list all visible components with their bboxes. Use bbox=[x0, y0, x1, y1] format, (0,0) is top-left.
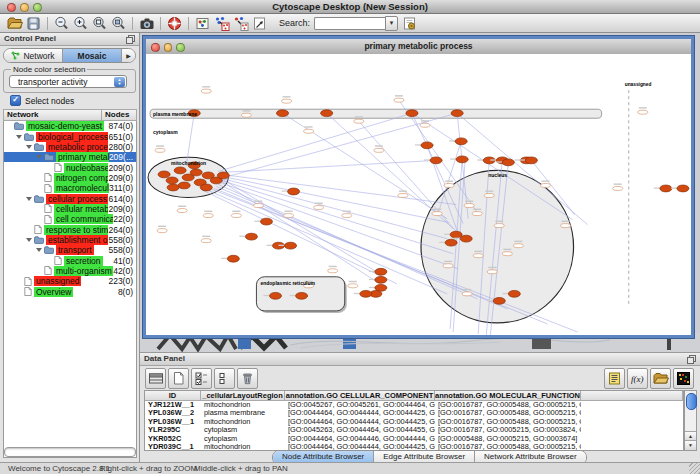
network-window-titlebar[interactable]: primary metabolic process bbox=[146, 39, 691, 55]
search-label: Search: bbox=[279, 18, 310, 28]
disclosure-triangle-icon[interactable] bbox=[26, 238, 32, 242]
vizmapper-button[interactable] bbox=[194, 15, 211, 32]
column-header[interactable]: _cellularLayoutRegion bbox=[201, 391, 285, 401]
annotation-button[interactable] bbox=[251, 15, 268, 32]
tree-item-count: 209(0) bbox=[108, 163, 136, 173]
attribute-matrix-button[interactable] bbox=[673, 368, 694, 389]
tree-item-label: transport bbox=[56, 245, 94, 255]
disclosure-triangle-icon[interactable] bbox=[16, 135, 22, 139]
attribute-table-button[interactable] bbox=[145, 368, 166, 389]
unselect-attributes-button[interactable] bbox=[214, 368, 235, 389]
folder-icon bbox=[34, 195, 44, 203]
tree-row[interactable]: nitrogen compo209(0) bbox=[4, 173, 136, 183]
scroll-down-icon[interactable]: ▼ bbox=[685, 440, 696, 450]
attribute-table[interactable]: ID_cellularLayoutRegionannotation.GO CEL… bbox=[144, 390, 684, 451]
zoom-selected-button[interactable] bbox=[110, 15, 127, 32]
network-canvas[interactable]: plasma membranecytoplasmmitochondrionnuc… bbox=[146, 54, 691, 335]
tree-row[interactable]: secretion41(0) bbox=[4, 255, 136, 265]
tree-row[interactable]: cellular metabo209(0) bbox=[4, 204, 136, 214]
float-panel-icon[interactable] bbox=[125, 34, 136, 45]
tree-row[interactable]: nucleobase-209(0) bbox=[4, 162, 136, 172]
tab-mosaic[interactable]: Mosaic bbox=[63, 49, 122, 62]
disclosure-triangle-icon[interactable] bbox=[26, 145, 32, 149]
table-cell: [GO:0045263, GO:0044464, GO:0044455, G..… bbox=[285, 426, 435, 434]
select-nodes-checkbox[interactable]: ✓ bbox=[10, 95, 21, 106]
table-cell bbox=[581, 401, 683, 409]
table-cell: mitochondrion bbox=[201, 443, 285, 451]
search-settings-button[interactable] bbox=[401, 15, 418, 32]
svg-text:cytoplasm: cytoplasm bbox=[153, 129, 178, 135]
zoom-out-button[interactable] bbox=[53, 15, 70, 32]
data-panel: Data Panel f(x) ID_cellularLayoutRegiona… bbox=[140, 352, 700, 462]
tree-item-label: secretion bbox=[64, 256, 103, 266]
tree-row[interactable]: metabolic process280(0) bbox=[4, 142, 136, 152]
float-panel-icon[interactable] bbox=[686, 354, 697, 365]
tree-row[interactable]: primary metab209(... bbox=[4, 152, 136, 162]
table-row[interactable]: YLR295Ccytoplasm[GO:0045263, GO:0044464,… bbox=[145, 426, 683, 434]
tree-row[interactable]: cell communicat22(0) bbox=[4, 214, 136, 224]
disclosure-triangle-icon[interactable] bbox=[36, 248, 42, 252]
table-row[interactable]: YKR052Ccytoplasm[GO:0044464, GO:0044446,… bbox=[145, 435, 683, 443]
tree-item-count: 8(0) bbox=[118, 287, 136, 297]
delete-attribute-button[interactable] bbox=[237, 368, 258, 389]
new-attribute-button[interactable] bbox=[168, 368, 189, 389]
create-new-network-button[interactable] bbox=[232, 15, 249, 32]
search-input[interactable] bbox=[314, 17, 385, 30]
tree-row[interactable]: cellular process614(0) bbox=[4, 193, 136, 203]
import-attributes-button[interactable] bbox=[650, 368, 671, 389]
svg-text:plasma membrane: plasma membrane bbox=[153, 111, 197, 117]
scrollbar-thumb[interactable] bbox=[686, 393, 697, 410]
more-tabs-button[interactable]: ▶ bbox=[122, 49, 135, 62]
formula-builder-button[interactable]: f(x) bbox=[627, 368, 648, 389]
column-header-network[interactable]: Network bbox=[3, 109, 102, 121]
tree-row[interactable]: response to stimulu264(0) bbox=[4, 224, 136, 234]
select-attributes-button[interactable] bbox=[191, 368, 212, 389]
disclosure-triangle-icon[interactable] bbox=[36, 155, 42, 159]
table-row[interactable]: YPL036W__1mitochondrion[GO:0044464, GO:0… bbox=[145, 418, 683, 426]
tree-row[interactable]: multi-organism pro42(0) bbox=[4, 266, 136, 276]
cytopanel-button[interactable] bbox=[166, 15, 183, 32]
table-cell: [GO:0016787, GO:0005215, GO:0003824, G..… bbox=[435, 426, 581, 434]
table-row[interactable]: YJR121W__1mitochondrion[GO:0045267, GO:0… bbox=[145, 401, 683, 409]
snapshot-button[interactable] bbox=[138, 15, 155, 32]
resize-grip[interactable] bbox=[689, 463, 700, 474]
table-cell bbox=[581, 426, 683, 434]
tab-network[interactable]: Network bbox=[4, 49, 63, 62]
network-view-window[interactable]: primary metabolic process plasma membran… bbox=[143, 36, 694, 338]
disclosure-triangle-icon[interactable] bbox=[26, 197, 32, 201]
search-dropdown-icon[interactable]: ▼ bbox=[385, 16, 398, 31]
zoom-in-button[interactable] bbox=[72, 15, 89, 32]
table-cell: YPL036W__2 bbox=[145, 409, 201, 417]
zoom-fit-button[interactable] bbox=[91, 15, 108, 32]
tree-row[interactable]: establishment of lo558(0) bbox=[4, 235, 136, 245]
table-cell: YPL036W__1 bbox=[145, 418, 201, 426]
main-toolbar: Search:▼ bbox=[0, 14, 700, 33]
column-header[interactable]: ID bbox=[145, 391, 201, 401]
tree-row[interactable]: transport558(0) bbox=[4, 245, 136, 255]
application-window: Cytoscape Desktop (New Session) Search:▼… bbox=[0, 0, 700, 474]
tree-row[interactable]: Overview8(0) bbox=[4, 287, 136, 297]
save-button[interactable] bbox=[25, 15, 42, 32]
column-header[interactable] bbox=[581, 391, 683, 401]
table-cell: mitochondrion bbox=[201, 401, 285, 409]
table-cell: YJR121W__1 bbox=[145, 401, 201, 409]
data-panel-title: Data Panel bbox=[144, 354, 185, 363]
column-header-nodes[interactable]: Nodes bbox=[102, 109, 137, 121]
column-header[interactable]: annotation.GO CELLULAR_COMPONENT bbox=[285, 391, 435, 401]
table-row[interactable]: YPL036W__2plasma membrane[GO:0044464, GO… bbox=[145, 409, 683, 417]
table-scrollbar[interactable]: ▲ ▼ bbox=[684, 390, 697, 451]
node-color-dropdown[interactable]: transporter activity ▲▼ bbox=[9, 75, 127, 88]
table-cell bbox=[581, 409, 683, 417]
table-cell bbox=[581, 418, 683, 426]
tree-row[interactable]: unassigned223(0) bbox=[4, 276, 136, 286]
open-button[interactable] bbox=[6, 15, 23, 32]
table-cell: [GO:0045267, GO:0045261, GO:0044464, G..… bbox=[285, 401, 435, 409]
app-titlebar[interactable]: Cytoscape Desktop (New Session) bbox=[0, 0, 700, 14]
column-header[interactable]: annotation.GO MOLECULAR_FUNCTION bbox=[435, 391, 581, 401]
attribute-report-button[interactable] bbox=[604, 368, 625, 389]
tree-row[interactable]: mosaic-demo-yeast874(0) bbox=[4, 121, 136, 131]
create-network-from-selection-button[interactable] bbox=[213, 15, 230, 32]
table-cell: [GO:0016787, GO:0005488, GO:0005215, G..… bbox=[435, 418, 581, 426]
tree-row[interactable]: macromolecule311(0) bbox=[4, 183, 136, 193]
tree-row[interactable]: biological_process651(0) bbox=[4, 131, 136, 141]
